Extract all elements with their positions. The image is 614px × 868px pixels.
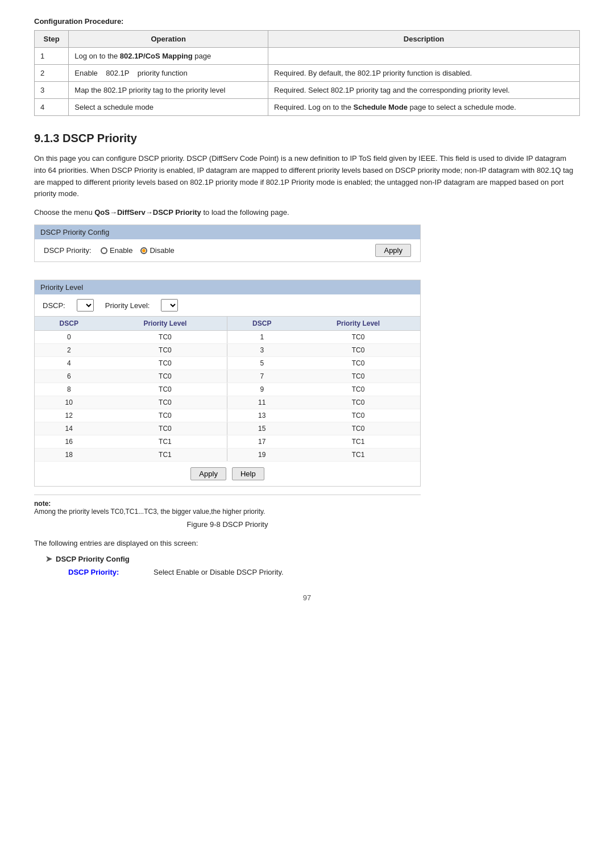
dscp-priority-config-title: DSCP Priority Config (56, 555, 130, 563)
dscp-value: 7 (227, 370, 296, 383)
dscp-priority-field-label: DSCP Priority: (44, 246, 95, 255)
dscp-priority-field-name: DSCP Priority: (68, 568, 136, 576)
dscp-priority-field-desc: Select Enable or Disable DSCP Priority. (154, 568, 284, 576)
dscp-priority-desc-row: DSCP Priority: Select Enable or Disable … (68, 568, 580, 576)
table-row: 4TC0 (35, 357, 227, 370)
step-3: 3 (35, 82, 69, 99)
table-row: 4 Select a schedule mode Required. Log o… (35, 99, 580, 116)
dscp-value: 5 (227, 357, 296, 370)
radio-group: Enable Disable (101, 246, 370, 255)
right-priority-table: DSCP Priority Level 1TC03TC05TC07TC09TC0… (227, 316, 420, 462)
desc-1 (268, 48, 580, 65)
priority-value: TC0 (296, 396, 420, 409)
config-table: Step Operation Description 1 Log on to t… (34, 30, 580, 116)
menu-path: Choose the menu QoS→DiffServ→DSCP Priori… (34, 208, 580, 217)
priority-level-filter-label: Priority Level: (105, 301, 150, 310)
note-label: note: (34, 500, 51, 508)
left-priority-table: DSCP Priority Level 0TC02TC04TC06TC08TC0… (35, 316, 227, 462)
priority-value: TC0 (296, 409, 420, 422)
priority-value: TC0 (296, 370, 420, 383)
priority-value: TC0 (296, 383, 420, 396)
left-dscp-col-header: DSCP (35, 317, 103, 331)
figure-caption: Figure 9-8 DSCP Priority (34, 520, 421, 529)
priority-value: TC0 (103, 396, 227, 409)
priority-value: TC0 (296, 357, 420, 370)
op-3: Map the 802.1P priority tag to the prior… (69, 82, 268, 99)
col-step: Step (35, 31, 69, 48)
priority-apply-button[interactable]: Apply (190, 467, 226, 480)
priority-filter-row: DSCP: Priority Level: (35, 294, 420, 316)
table-row: 14TC0 (35, 422, 227, 435)
bullet-title-1: ➤ DSCP Priority Config (45, 554, 580, 563)
step-2: 2 (35, 65, 69, 82)
table-row: 8TC0 (35, 383, 227, 396)
dscp-value: 9 (227, 383, 296, 396)
table-row: 1TC0 (227, 331, 420, 344)
priority-level-select[interactable] (161, 299, 178, 312)
dscp-value: 17 (227, 435, 296, 448)
table-row: 19TC1 (227, 448, 420, 462)
desc-2: Required. By default, the 802.1P priorit… (268, 65, 580, 82)
col-operation: Operation (69, 31, 268, 48)
priority-value: TC0 (296, 344, 420, 357)
enable-option[interactable]: Enable (101, 246, 132, 255)
dscp-value: 15 (227, 422, 296, 435)
op-1: Log on to the 802.1P/CoS Mapping page (69, 48, 268, 65)
dscp-value: 2 (35, 344, 103, 357)
priority-value: TC0 (296, 422, 420, 435)
body-text-1: On this page you can configure DSCP prio… (34, 153, 580, 200)
table-row: 2 Enable 802.1P priority function Requir… (35, 65, 580, 82)
disable-radio[interactable] (140, 247, 147, 254)
dscp-value: 6 (35, 370, 103, 383)
following-text: The following entries are displayed on t… (34, 539, 580, 547)
table-row: 17TC1 (227, 435, 420, 448)
dscp-config-box: DSCP Priority Config DSCP Priority: Enab… (34, 225, 421, 262)
note-text: Among the priority levels TC0,TC1...TC3,… (34, 508, 265, 516)
table-row: 18TC1 (35, 448, 227, 462)
priority-value: TC1 (103, 435, 227, 448)
table-row: 11TC0 (227, 396, 420, 409)
table-row: 9TC0 (227, 383, 420, 396)
table-row: 3 Map the 802.1P priority tag to the pri… (35, 82, 580, 99)
priority-footer: Apply Help (35, 462, 420, 486)
table-row: 13TC0 (227, 409, 420, 422)
priority-table-container: DSCP Priority Level 0TC02TC04TC06TC08TC0… (35, 316, 420, 462)
dscp-value: 13 (227, 409, 296, 422)
priority-value: TC1 (103, 448, 227, 462)
dscp-config-row: DSCP Priority: Enable Disable Apply (35, 239, 420, 261)
right-priority-col-header: Priority Level (296, 317, 420, 331)
table-row: 6TC0 (35, 370, 227, 383)
dscp-value: 0 (35, 331, 103, 344)
dscp-select[interactable] (77, 299, 94, 312)
table-row: 1 Log on to the 802.1P/CoS Mapping page (35, 48, 580, 65)
priority-value: TC0 (103, 357, 227, 370)
priority-value: TC0 (103, 409, 227, 422)
dscp-filter-label: DSCP: (43, 301, 65, 310)
dscp-value: 11 (227, 396, 296, 409)
table-row: 2TC0 (35, 344, 227, 357)
table-row: 5TC0 (227, 357, 420, 370)
disable-option[interactable]: Disable (140, 246, 174, 255)
desc-3: Required. Select 802.1P priority tag and… (268, 82, 580, 99)
desc-4: Required. Log on to the Schedule Mode pa… (268, 99, 580, 116)
dscp-value: 1 (227, 331, 296, 344)
dscp-apply-button[interactable]: Apply (375, 244, 411, 257)
op-2: Enable 802.1P priority function (69, 65, 268, 82)
priority-box: Priority Level DSCP: Priority Level: DSC… (34, 280, 421, 487)
section-title: 9.1.3 DSCP Priority (34, 132, 580, 145)
priority-value: TC0 (103, 383, 227, 396)
enable-radio[interactable] (101, 247, 107, 254)
priority-header: Priority Level (35, 280, 420, 294)
dscp-config-header: DSCP Priority Config (35, 225, 420, 239)
table-row: 0TC0 (35, 331, 227, 344)
table-row: 16TC1 (35, 435, 227, 448)
dscp-value: 16 (35, 435, 103, 448)
priority-value: TC1 (296, 435, 420, 448)
bullet-arrow: ➤ (45, 554, 52, 563)
table-row: 15TC0 (227, 422, 420, 435)
table-row: 12TC0 (35, 409, 227, 422)
dscp-value: 12 (35, 409, 103, 422)
dscp-value: 8 (35, 383, 103, 396)
priority-value: TC1 (296, 448, 420, 462)
help-button[interactable]: Help (232, 467, 264, 480)
